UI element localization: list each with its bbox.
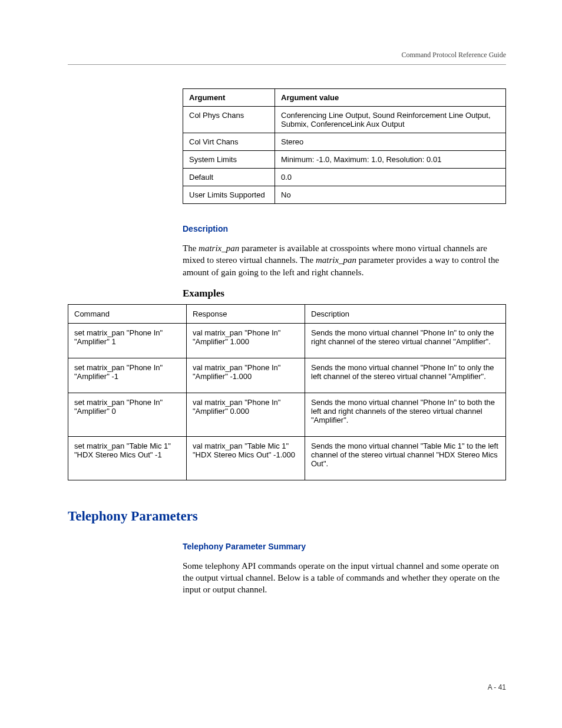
ex-cell: Sends the mono virtual channel "Table Mi… bbox=[305, 436, 506, 480]
running-header: Command Protocol Reference Guide bbox=[68, 51, 506, 65]
examples-table: Command Response Description set matrix_… bbox=[68, 304, 506, 480]
argument-table: Argument Argument value Col Phys Chans C… bbox=[183, 88, 506, 204]
param-name-italic: matrix_pan bbox=[316, 255, 356, 265]
telephony-heading: Telephony Parameters bbox=[68, 509, 506, 524]
arg-cell: No bbox=[275, 186, 506, 204]
table-row: Col Phys Chans Conferencing Line Output,… bbox=[183, 107, 506, 133]
table-row: Default 0.0 bbox=[183, 169, 506, 186]
telephony-body-wrap: Telephony Parameter Summary Some telepho… bbox=[183, 542, 506, 596]
ex-cell: Sends the mono virtual channel "Phone In… bbox=[305, 393, 506, 436]
examples-heading: Examples bbox=[183, 288, 506, 299]
table-row: set matrix_pan "Phone In" "Amplifier" -1… bbox=[68, 358, 506, 393]
text: The bbox=[183, 243, 199, 253]
arg-header-value: Argument value bbox=[275, 89, 506, 107]
ex-cell: set matrix_pan "Phone In" "Amplifier" 0 bbox=[68, 393, 187, 436]
table-row: Col Virt Chans Stereo bbox=[183, 133, 506, 151]
page-number: A - 41 bbox=[488, 683, 506, 691]
ex-cell: Sends the mono virtual channel "Phone In… bbox=[305, 358, 506, 393]
description-body: The matrix_pan parameter is available at… bbox=[183, 242, 506, 278]
ex-header-description: Description bbox=[305, 304, 506, 323]
arg-cell: User Limits Supported bbox=[183, 186, 275, 204]
ex-header-response: Response bbox=[187, 304, 305, 323]
argument-table-wrap: Argument Argument value Col Phys Chans C… bbox=[183, 88, 506, 299]
arg-header-argument: Argument bbox=[183, 89, 275, 107]
param-name-italic: matrix_pan bbox=[199, 243, 239, 253]
arg-cell: System Limits bbox=[183, 151, 275, 169]
ex-cell: set matrix_pan "Phone In" "Amplifier" -1 bbox=[68, 358, 187, 393]
ex-cell: set matrix_pan "Phone In" "Amplifier" 1 bbox=[68, 323, 187, 358]
arg-cell: Col Virt Chans bbox=[183, 133, 275, 151]
table-row: set matrix_pan "Phone In" "Amplifier" 1 … bbox=[68, 323, 506, 358]
ex-cell: val matrix_pan "Phone In" "Amplifier" 0.… bbox=[187, 393, 305, 436]
description-heading: Description bbox=[183, 224, 506, 233]
ex-cell: set matrix_pan "Table Mic 1" "HDX Stereo… bbox=[68, 436, 187, 480]
ex-header-command: Command bbox=[68, 304, 187, 323]
ex-cell: val matrix_pan "Phone In" "Amplifier" 1.… bbox=[187, 323, 305, 358]
arg-cell: 0.0 bbox=[275, 169, 506, 186]
telephony-body: Some telephony API commands operate on t… bbox=[183, 560, 506, 596]
table-row: User Limits Supported No bbox=[183, 186, 506, 204]
table-row: set matrix_pan "Table Mic 1" "HDX Stereo… bbox=[68, 436, 506, 480]
table-row: System Limits Minimum: -1.0, Maximum: 1.… bbox=[183, 151, 506, 169]
arg-cell: Conferencing Line Output, Sound Reinforc… bbox=[275, 107, 506, 133]
telephony-sub-heading: Telephony Parameter Summary bbox=[183, 542, 506, 551]
arg-cell: Default bbox=[183, 169, 275, 186]
ex-cell: Sends the mono virtual channel "Phone In… bbox=[305, 323, 506, 358]
arg-cell: Col Phys Chans bbox=[183, 107, 275, 133]
table-row: set matrix_pan "Phone In" "Amplifier" 0 … bbox=[68, 393, 506, 436]
arg-cell: Stereo bbox=[275, 133, 506, 151]
arg-cell: Minimum: -1.0, Maximum: 1.0, Resolution:… bbox=[275, 151, 506, 169]
ex-cell: val matrix_pan "Phone In" "Amplifier" -1… bbox=[187, 358, 305, 393]
ex-cell: val matrix_pan "Table Mic 1" "HDX Stereo… bbox=[187, 436, 305, 480]
